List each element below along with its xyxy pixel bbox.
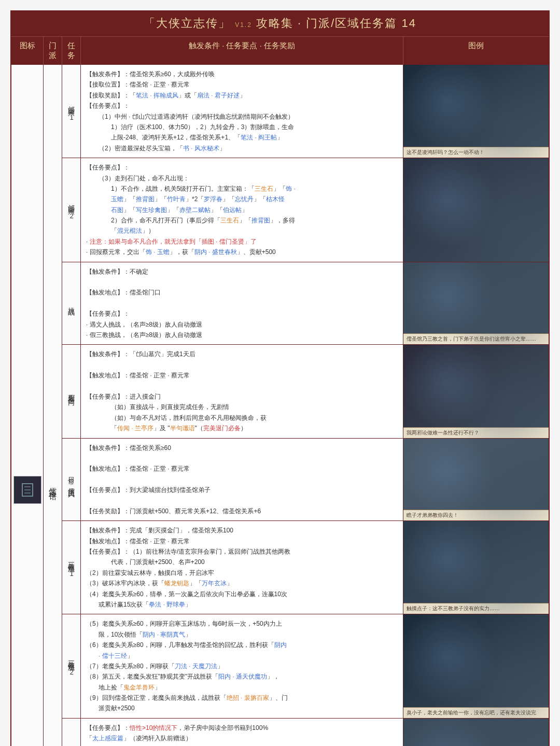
title-sub: 攻略集 · 门派/区域任务篇 14 bbox=[256, 17, 416, 30]
task-row: 三教镇魔 2（5）老魔头关系≥60，闲聊开启寒玉床练功，每6时辰一次，+50内力… bbox=[62, 614, 549, 719]
screenshot-caption: 臭小子，老夫之前输给一你，没有忘吧，还有老夫没说完 bbox=[403, 707, 549, 718]
faction-icon-cell bbox=[11, 65, 44, 746]
column-headers: 图标 门派 任务 触发条件 · 任务要点 · 任务奖励 图例 bbox=[11, 36, 549, 65]
header-detail: 触发条件 · 任务要点 · 任务奖励 bbox=[81, 37, 403, 65]
screenshot: 这不是凌鸿轩吗？怎么一动不动！ bbox=[403, 65, 549, 158]
task-name: 剿灭摸金门 bbox=[62, 345, 81, 438]
screenshot: 儒圣馆乃三教之首，门下弟子岂是你们这些宵小之辈…… bbox=[403, 262, 549, 345]
header-faction: 门派 bbox=[44, 37, 62, 65]
task-name: 邙山墓穴 2 bbox=[62, 158, 81, 262]
screenshot: 臭小子，老夫之前输给一你，没有忘吧，还有老夫没说完 bbox=[403, 614, 549, 718]
task-detail: 【触发条件】：完成「剿灭摸金门」，儒圣馆关系100【触发地点】：儒圣馆 · 正堂… bbox=[81, 521, 403, 614]
title-version: V1.2 bbox=[235, 21, 252, 29]
task-detail: 【任务要点】：（3）走到石门处，命不凡出现：1）不合作，战胜，机关5级打开石门。… bbox=[81, 158, 403, 262]
screenshot-caption: 儒圣馆乃三教之首，门下弟子岂是你们这些宵小之辈…… bbox=[403, 333, 549, 344]
task-detail: （5）老魔头关系≥60，闲聊开启寒玉床练功，每6时辰一次，+50内力上限，10次… bbox=[81, 614, 403, 718]
screenshot-caption: 这不是凌鸿轩吗？怎么一动不动！ bbox=[403, 147, 549, 158]
guide-page: 「大侠立志传」 V1.2 攻略集 · 门派/区域任务篇 14 图标 门派 任务 … bbox=[10, 10, 550, 746]
task-row: 儒门圣贤【任务要点】：悟性>10的情况下，弟子房中阅读全部书籍到100%「太上感… bbox=[62, 719, 549, 746]
header-task: 任务 bbox=[62, 37, 81, 65]
task-detail: 【任务要点】：悟性>10的情况下，弟子房中阅读全部书籍到100%「太上感应篇」（… bbox=[81, 719, 403, 746]
screenshot: 瞧子才弟弟教你四去！ bbox=[403, 439, 549, 521]
title-main: 「大侠立志传」 bbox=[144, 17, 231, 30]
faction-icon bbox=[13, 476, 41, 504]
task-detail: 【触发条件】：不确定 【触发地点】：儒圣馆门口 【任务要点】：· 遇文人挑战，（… bbox=[81, 262, 403, 345]
screenshot bbox=[403, 158, 549, 262]
header-image: 图例 bbox=[403, 37, 549, 65]
screenshot-caption: 我两邪论做难一条性还行不行？ bbox=[403, 427, 549, 438]
task-name: 邙山墓穴 1 bbox=[62, 65, 81, 158]
task-name: 三教镇魔 1 bbox=[62, 521, 81, 614]
task-row: 三教镇魔 1【触发条件】：完成「剿灭摸金门」，儒圣馆关系100【触发地点】：儒圣… bbox=[62, 521, 549, 614]
task-name: 儒门圣贤 bbox=[62, 719, 81, 746]
task-detail: 【触发条件】：「邙山墓穴」完成1天后 【触发地点】：儒圣馆 · 正堂 · 蔡元常… bbox=[81, 345, 403, 438]
faction-name: 儒圣馆 2 bbox=[44, 65, 62, 746]
screenshot bbox=[403, 719, 549, 746]
task-row: 日常·儒门正风【触发条件】：儒圣馆关系≥60 【触发地点】：儒圣馆 · 正堂 ·… bbox=[62, 439, 549, 522]
task-name: 挑战 bbox=[62, 262, 81, 345]
task-name: 日常·儒门正风 bbox=[62, 439, 81, 521]
page-title: 「大侠立志传」 V1.2 攻略集 · 门派/区域任务篇 14 bbox=[11, 11, 549, 36]
task-row: 挑战【触发条件】：不确定 【触发地点】：儒圣馆门口 【任务要点】：· 遇文人挑战… bbox=[62, 262, 549, 345]
task-name: 三教镇魔 2 bbox=[62, 614, 81, 718]
screenshot-caption: 瞧子才弟弟教你四去！ bbox=[403, 510, 549, 520]
body-grid: 儒圣馆 2 邙山墓穴 1【触发条件】：儒圣馆关系≥60，大成殿外传唤【接取位置】… bbox=[11, 65, 549, 746]
screenshot: 触摸点子：这不三教弟子没有的实力…… bbox=[403, 521, 549, 614]
task-detail: 【触发条件】：儒圣馆关系≥60 【触发地点】：儒圣馆 · 正堂 · 蔡元常 【任… bbox=[81, 439, 403, 521]
screenshot-caption: 触摸点子：这不三教弟子没有的实力…… bbox=[403, 603, 549, 614]
header-icon: 图标 bbox=[11, 37, 44, 65]
task-row: 邙山墓穴 1【触发条件】：儒圣馆关系≥60，大成殿外传唤【接取位置】：儒圣馆 ·… bbox=[62, 65, 549, 158]
task-detail: 【触发条件】：儒圣馆关系≥60，大成殿外传唤【接取位置】：儒圣馆 · 正堂 · … bbox=[81, 65, 403, 158]
tasks-list: 邙山墓穴 1【触发条件】：儒圣馆关系≥60，大成殿外传唤【接取位置】：儒圣馆 ·… bbox=[62, 65, 549, 746]
screenshot: 我两邪论做难一条性还行不行？ bbox=[403, 345, 549, 438]
task-row: 邙山墓穴 2【任务要点】：（3）走到石门处，命不凡出现：1）不合作，战胜，机关5… bbox=[62, 158, 549, 262]
task-row: 剿灭摸金门【触发条件】：「邙山墓穴」完成1天后 【触发地点】：儒圣馆 · 正堂 … bbox=[62, 345, 549, 438]
